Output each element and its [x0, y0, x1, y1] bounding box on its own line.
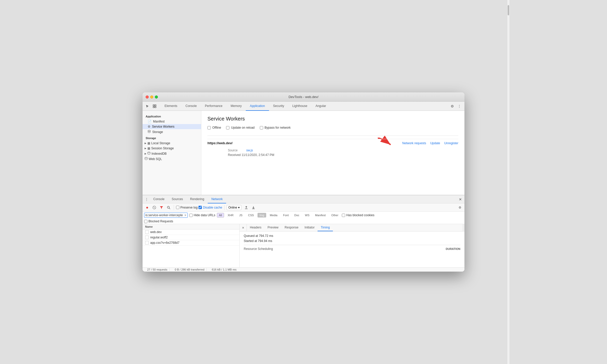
disable-cache-input[interactable]: [199, 206, 202, 209]
sidebar-group-indexeddb[interactable]: ▶ IndexedDB: [143, 151, 201, 156]
panel-tab-sources[interactable]: Sources: [168, 195, 186, 203]
received-time: Received 11/11/2020, 2:54:47 PM: [228, 153, 274, 157]
update-link[interactable]: Update: [430, 141, 440, 145]
requests-count: 27 / 50 requests: [145, 268, 170, 271]
record-button[interactable]: ●: [144, 204, 150, 211]
close-button[interactable]: [146, 95, 149, 99]
manifest-icon: 📄: [148, 120, 151, 123]
network-split: Name web.dev regular.woff2 app.css?v=: [143, 224, 464, 267]
search-icon[interactable]: [166, 204, 172, 211]
update-on-reload-input[interactable]: [226, 126, 229, 129]
has-blocked-cookies-checkbox[interactable]: Has blocked cookies: [342, 213, 374, 217]
offline-checkbox-input[interactable]: [207, 126, 211, 129]
tab-lighthouse[interactable]: Lighthouse: [288, 102, 311, 111]
row-icon-1: [145, 230, 149, 234]
panel-tab-rendering[interactable]: Rendering: [186, 195, 208, 203]
table-row[interactable]: web.dev: [143, 229, 239, 235]
panel-more-icon[interactable]: ⋮: [144, 196, 150, 202]
preserve-log-checkbox[interactable]: Preserve log: [176, 206, 197, 209]
tab-memory[interactable]: Memory: [227, 102, 246, 111]
more-options-icon[interactable]: ⋮: [456, 103, 462, 109]
panel-close-button[interactable]: ✕: [457, 196, 463, 202]
filter-type-media[interactable]: Media: [268, 213, 279, 217]
filter-type-xhr[interactable]: XHR: [226, 213, 236, 217]
tab-security[interactable]: Security: [269, 102, 288, 111]
unregister-link[interactable]: Unregister: [444, 141, 458, 145]
sw-source-file-link[interactable]: sw.js: [246, 149, 253, 152]
sidebar-group-web-sql[interactable]: Web SQL: [143, 156, 201, 162]
svg-marker-10: [160, 206, 163, 209]
sw-source-row: Source sw.js: [228, 149, 458, 152]
tab-application[interactable]: Application: [246, 102, 269, 111]
detail-tab-response[interactable]: Response: [282, 224, 301, 231]
detail-close-button[interactable]: ×: [240, 224, 247, 231]
filter-input[interactable]: [145, 213, 184, 217]
filter-type-css[interactable]: CSS: [246, 213, 256, 217]
filter-type-doc[interactable]: Doc: [292, 213, 301, 217]
detail-tab-initiator[interactable]: Initiator: [301, 224, 318, 231]
detail-tab-headers[interactable]: Headers: [247, 224, 264, 231]
table-row[interactable]: regular.woff2: [143, 235, 239, 240]
separator-1: [174, 205, 174, 210]
hide-data-urls-input[interactable]: [189, 214, 193, 217]
inspect-icon[interactable]: [152, 103, 157, 109]
minimize-button[interactable]: [150, 95, 153, 99]
download-icon[interactable]: [251, 205, 256, 210]
filter-type-font[interactable]: Font: [281, 213, 291, 217]
devtools-icons: [145, 103, 157, 109]
panel-tab-network[interactable]: Network: [208, 195, 226, 203]
filter-type-all[interactable]: All: [217, 213, 224, 217]
stop-recording-button[interactable]: [151, 204, 157, 211]
filter-type-img[interactable]: Img: [258, 213, 266, 217]
filter-icon[interactable]: [158, 204, 165, 211]
detail-tab-timing[interactable]: Timing: [318, 224, 333, 231]
sidebar-item-manifest[interactable]: 📄 Manifest: [143, 119, 201, 124]
titlebar: DevTools - web.dev/: [143, 92, 464, 102]
filter-input-wrap[interactable]: ✕: [144, 213, 188, 218]
upload-icon[interactable]: [243, 205, 249, 210]
disable-cache-checkbox[interactable]: Disable cache: [199, 206, 222, 209]
expand-arrow-session-storage: ▶: [145, 147, 146, 150]
filter-type-js[interactable]: JS: [237, 213, 244, 217]
queued-at-text: Queued at 794.72 ms: [244, 234, 273, 238]
tab-angular[interactable]: Angular: [311, 102, 330, 111]
filter-type-ws[interactable]: WS: [303, 213, 312, 217]
sidebar-item-service-workers[interactable]: ⚙ Service Workers: [143, 124, 201, 129]
blocked-requests-checkbox[interactable]: Blocked Requests: [144, 220, 173, 223]
filter-type-other[interactable]: Other: [329, 213, 341, 217]
has-blocked-cookies-input[interactable]: [342, 214, 345, 217]
traffic-lights: [146, 95, 158, 99]
cursor-icon[interactable]: [145, 103, 150, 109]
detail-tab-preview[interactable]: Preview: [264, 224, 282, 231]
sw-received-row: Received 11/11/2020, 2:54:47 PM: [228, 153, 458, 157]
panel-tab-console[interactable]: Console: [150, 195, 168, 203]
svg-point-11: [167, 206, 169, 208]
network-settings-icon[interactable]: ⚙: [457, 204, 463, 211]
filter-type-manifest[interactable]: Manifest: [313, 213, 328, 217]
sidebar-item-service-workers-label: Service Workers: [152, 125, 174, 128]
network-requests-link[interactable]: Network requests: [402, 141, 426, 145]
filter-clear-button[interactable]: ✕: [184, 214, 186, 217]
preserve-log-input[interactable]: [176, 206, 179, 209]
update-on-reload-checkbox[interactable]: Update on reload: [226, 126, 254, 129]
local-storage-label: Local Storage: [151, 141, 170, 145]
row-name-2: regular.woff2: [150, 236, 168, 239]
devtools-window: DevTools - web.dev/ Elements Console P: [143, 92, 464, 272]
table-row[interactable]: app.css?v=6e2768d7: [143, 240, 239, 246]
tab-console[interactable]: Console: [181, 102, 201, 111]
sidebar-group-local-storage[interactable]: ▶ ▦ Local Storage: [143, 141, 201, 146]
bypass-for-network-input[interactable]: [260, 126, 263, 129]
bypass-for-network-checkbox[interactable]: Bypass for network: [260, 126, 291, 129]
tab-performance[interactable]: Performance: [201, 102, 227, 111]
hide-data-urls-checkbox[interactable]: Hide data URLs: [189, 213, 215, 217]
blocked-requests-input[interactable]: [144, 220, 147, 223]
sidebar-group-session-storage[interactable]: ▶ ▦ Session Storage: [143, 146, 201, 151]
tab-elements[interactable]: Elements: [160, 102, 181, 111]
online-select[interactable]: Online ▾: [227, 205, 242, 210]
offline-checkbox[interactable]: Offline: [207, 126, 221, 129]
maximize-button[interactable]: [155, 95, 158, 99]
sidebar-item-storage[interactable]: Storage: [143, 129, 201, 135]
sidebar: Application 📄 Manifest ⚙ Service Workers: [143, 111, 201, 195]
sidebar-item-manifest-label: Manifest: [153, 120, 165, 123]
settings-icon[interactable]: ⚙: [449, 103, 455, 109]
